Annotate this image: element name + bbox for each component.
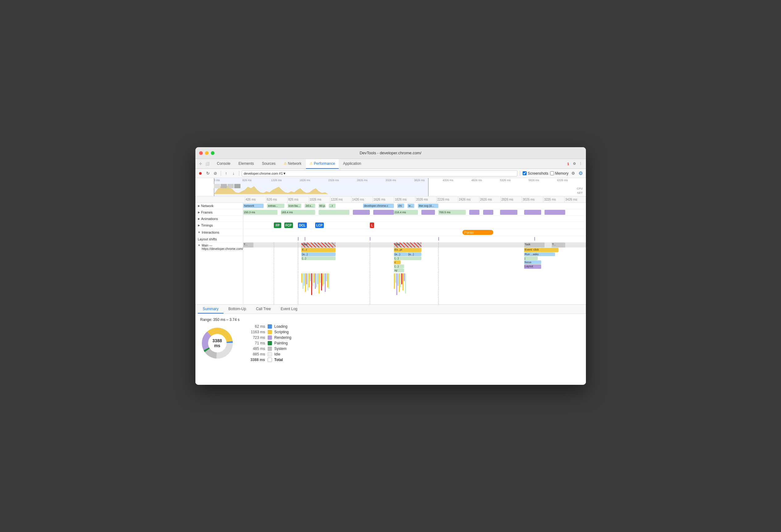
dock-icon[interactable]: ⬜ bbox=[205, 161, 210, 167]
task-dotdot3: (...) bbox=[394, 264, 404, 268]
tab-call-tree[interactable]: Call Tree bbox=[251, 305, 276, 313]
url-bar: developer.chrome.com #1▼ bbox=[242, 170, 518, 177]
legend-scripting-name: Scripting bbox=[275, 330, 289, 334]
tab-event-log[interactable]: Event Log bbox=[276, 305, 302, 313]
task-layout: Layout bbox=[524, 264, 541, 269]
tab-performance[interactable]: ⚠ Performance bbox=[306, 159, 339, 169]
task-dotdot1: (...) bbox=[301, 257, 335, 260]
traffic-lights bbox=[199, 151, 214, 155]
download-button[interactable]: ↓ bbox=[231, 171, 237, 176]
frame-4 bbox=[353, 210, 370, 215]
more-icon[interactable]: ⋮ bbox=[578, 161, 583, 167]
task-a3: (a...) bbox=[408, 253, 421, 256]
cursor-icon[interactable]: ⊹ bbox=[198, 161, 203, 167]
frames-track-row: ▶ Frames 150.3 ms 183.4 ms 216.4 ms 700.… bbox=[195, 209, 586, 216]
notification-icon[interactable]: 1 bbox=[566, 161, 571, 167]
layoutshifts-track-row: Layout shifts bbox=[195, 236, 586, 242]
net-pill-icon: icon-ba... bbox=[288, 204, 301, 208]
task-c: c bbox=[394, 260, 401, 264]
frame-7 bbox=[421, 210, 435, 215]
interaction-pointer: Pointer bbox=[462, 230, 493, 235]
clear-button[interactable]: ⊘ bbox=[213, 171, 218, 176]
settings-icon[interactable]: ⚙ bbox=[572, 161, 577, 167]
tab-summary[interactable]: Summary bbox=[198, 305, 223, 313]
shift-3 bbox=[370, 237, 370, 241]
task-main5: T... bbox=[551, 242, 565, 248]
time-mark-826: 826 ms bbox=[287, 196, 309, 203]
range-label: Range: 350 ms – 3.74 s bbox=[200, 317, 581, 322]
time-mark-3426: 3426 ms bbox=[564, 196, 586, 203]
frames-track-content: 150.3 ms 183.4 ms 216.4 ms 700.5 ms bbox=[243, 209, 586, 215]
minimap-label-6326: 6326 ms bbox=[557, 179, 586, 182]
task-xy: xy bbox=[394, 268, 404, 272]
tab-bottom-up[interactable]: Bottom-Up bbox=[223, 305, 251, 313]
net-pill-60p: 60.p... bbox=[319, 204, 325, 208]
legend-total-value: 3388 ms bbox=[247, 358, 265, 362]
main-track-content: T... Task Task Task T... E...t Ev...pt E… bbox=[243, 242, 586, 304]
refresh-button[interactable]: ↻ bbox=[205, 171, 211, 176]
upload-button[interactable]: ↑ bbox=[223, 171, 229, 176]
legend-total-color bbox=[268, 358, 272, 362]
record-button[interactable]: ⏺ bbox=[198, 171, 203, 176]
bottom-tabs: Summary Bottom-Up Call Tree Event Log bbox=[195, 305, 586, 314]
shift-4 bbox=[438, 237, 439, 241]
expand-animations[interactable]: ▶ bbox=[198, 217, 200, 220]
time-marks: 426 ms 626 ms 826 ms 1026 ms 1226 ms 142… bbox=[245, 196, 586, 203]
expand-frames[interactable]: ▶ bbox=[198, 211, 200, 214]
time-mark-2026: 2026 ms bbox=[415, 196, 437, 203]
legend-system-color bbox=[268, 347, 272, 351]
minimize-button[interactable] bbox=[205, 151, 209, 155]
minimap[interactable]: 3 ms 826 ms 1326 ms 1826 ms 2326 ms 2826… bbox=[195, 178, 586, 196]
tab-application[interactable]: Application bbox=[339, 159, 365, 169]
expand-interactions[interactable]: ▼ bbox=[198, 231, 201, 234]
tab-network[interactable]: ⚠ Network bbox=[280, 159, 305, 169]
main-track-label[interactable]: ▼ Main — https://developer.chrome.com/ bbox=[195, 242, 243, 304]
legend-idle-color bbox=[268, 352, 272, 356]
close-button[interactable] bbox=[199, 151, 203, 155]
timings-track-content: FP FCP DCL LCP L bbox=[243, 222, 586, 229]
time-ruler: 426 ms 626 ms 826 ms 1026 ms 1226 ms 142… bbox=[195, 196, 586, 203]
frame-13 bbox=[544, 210, 565, 215]
frame-10 bbox=[483, 210, 493, 215]
network-track-label[interactable]: ▶ Network bbox=[195, 203, 243, 209]
time-mark-426: 426 ms bbox=[245, 196, 266, 203]
interactions-track-content: Pointer bbox=[243, 229, 586, 236]
frames-track-label[interactable]: ▶ Frames bbox=[195, 209, 243, 215]
main-track-row: ▼ Main — https://developer.chrome.com/ T… bbox=[195, 242, 586, 305]
vline-dashed-2 bbox=[298, 242, 298, 304]
timing-dcl: DCL bbox=[298, 222, 307, 228]
net-pill-network: Network bbox=[243, 204, 264, 208]
expand-main[interactable]: ▼ bbox=[198, 244, 201, 247]
gear-icon[interactable]: ⚙ bbox=[571, 171, 576, 176]
frame-216: 216.4 ms bbox=[394, 210, 418, 215]
time-mark-2226: 2226 ms bbox=[437, 196, 458, 203]
summary-content: 3388 ms 62 ms Loading 1163 ms Scripting bbox=[200, 324, 581, 362]
animations-track-label[interactable]: ▶ Animations bbox=[195, 216, 243, 222]
layoutshifts-track-content bbox=[243, 236, 586, 242]
legend-rendering-value: 723 ms bbox=[247, 336, 265, 340]
legend-painting: 71 ms Painting bbox=[247, 341, 291, 345]
memory-toggle[interactable]: Memory bbox=[550, 171, 568, 176]
time-mark-1226: 1226 ms bbox=[330, 196, 351, 203]
task-a2: (a...) bbox=[394, 253, 408, 256]
tab-elements[interactable]: Elements bbox=[235, 159, 258, 169]
legend-system-name: System bbox=[275, 347, 287, 351]
timings-track-label[interactable]: ▶ Timings bbox=[195, 222, 243, 229]
legend-rendering-name: Rendering bbox=[275, 336, 291, 340]
task-dotdot2: (...) bbox=[394, 257, 421, 260]
frame-3 bbox=[319, 210, 350, 215]
toolbar: ⏺ ↻ ⊘ ↑ ↓ developer.chrome.com #1▼ Scree… bbox=[195, 169, 586, 178]
tab-console[interactable]: Console bbox=[213, 159, 234, 169]
timing-fp: FP bbox=[274, 222, 281, 228]
screenshots-toggle[interactable]: Screenshots bbox=[523, 171, 548, 176]
settings-btn[interactable]: ⚙ bbox=[578, 171, 583, 176]
expand-network[interactable]: ▶ bbox=[198, 204, 200, 207]
main-thread-label: Main — https://developer.chrome.com/ bbox=[202, 244, 243, 251]
tab-sources[interactable]: Sources bbox=[258, 159, 279, 169]
expand-timings[interactable]: ▶ bbox=[198, 224, 200, 227]
maximize-button[interactable] bbox=[211, 151, 214, 155]
task-run: Run ...asks bbox=[524, 253, 555, 256]
tracks[interactable]: ▶ Network Network extras... icon-ba... 2… bbox=[195, 203, 586, 305]
frame-183: 183.4 ms bbox=[281, 210, 315, 215]
interactions-track-label[interactable]: ▼ Interactions bbox=[195, 229, 243, 236]
